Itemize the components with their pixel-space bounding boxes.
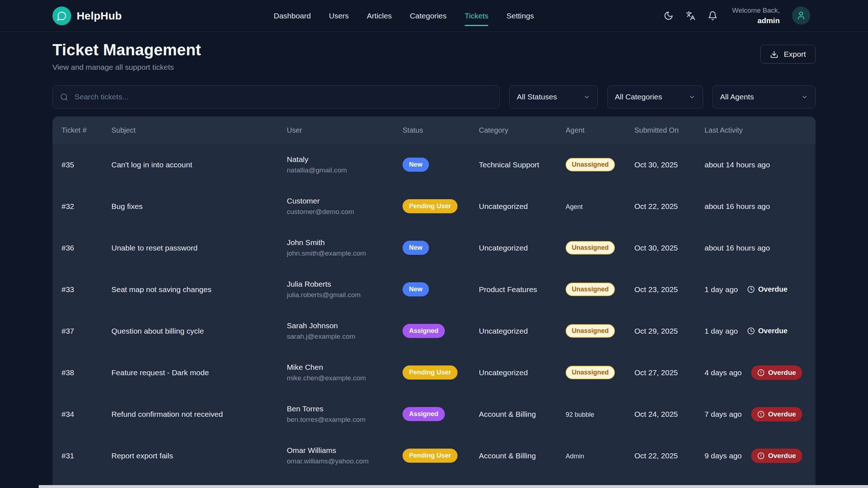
user-cell: John Smith john.smith@example.com xyxy=(287,238,403,257)
table-row[interactable]: #36 Unable to reset password John Smith … xyxy=(52,227,816,269)
export-label: Export xyxy=(784,50,806,59)
column-header: Submitted On xyxy=(634,126,705,134)
category-label: Technical Support xyxy=(479,160,566,169)
table-row[interactable]: #31 Report export fails Omar Williams om… xyxy=(52,435,816,476)
nav-item-articles[interactable]: Articles xyxy=(367,9,392,23)
ticket-number: #37 xyxy=(61,327,111,335)
ticket-number: #38 xyxy=(61,368,111,377)
ticket-number: #31 xyxy=(61,451,111,460)
chevron-down-icon xyxy=(689,94,695,100)
message-circle-icon xyxy=(52,7,71,25)
status-filter[interactable]: All Statuses xyxy=(509,85,598,108)
activity-cell: about 14 hours ago xyxy=(705,160,807,169)
overdue-indicator: Overdue xyxy=(747,327,787,335)
export-button[interactable]: Export xyxy=(760,45,816,64)
agent-badge: Unassigned xyxy=(566,366,615,379)
nav-item-tickets[interactable]: Tickets xyxy=(465,9,489,23)
user-name: Customer xyxy=(287,197,403,205)
ticket-subject: Can't log in into account xyxy=(111,160,287,169)
user-email: sarah.j@example.com xyxy=(287,333,403,341)
table-row[interactable]: #37 Question about billing cycle Sarah J… xyxy=(52,310,816,352)
table-header-row: Ticket # Subject User Status Category Ag… xyxy=(52,116,816,144)
overdue-label: Overdue xyxy=(758,327,787,335)
user-avatar[interactable] xyxy=(792,7,810,25)
overdue-label: Overdue xyxy=(758,285,787,294)
agent-cell: 92 bubble xyxy=(566,410,634,419)
category-filter[interactable]: All Categories xyxy=(607,85,703,108)
last-activity: 7 days ago xyxy=(705,410,742,419)
tickets-table: Ticket # Subject User Status Category Ag… xyxy=(52,116,816,488)
search-input[interactable] xyxy=(74,92,492,102)
ticket-subject: Seat map not saving changes xyxy=(111,285,287,294)
category-label: Uncategorized xyxy=(479,368,566,377)
nav-item-users[interactable]: Users xyxy=(329,9,349,23)
clock-icon xyxy=(747,286,755,293)
status-badge: Assigned xyxy=(403,324,445,338)
brand-name: HelpHub xyxy=(77,10,122,22)
nav-item-dashboard[interactable]: Dashboard xyxy=(274,9,311,23)
ticket-number: #35 xyxy=(61,160,111,169)
main-nav: Dashboard Users Articles Categories Tick… xyxy=(274,9,534,23)
table-row[interactable]: #34 Refund confirmation not received Ben… xyxy=(52,393,816,435)
activity-cell: 9 days ago Overdue xyxy=(705,449,807,463)
language-button[interactable] xyxy=(686,11,695,21)
languages-icon xyxy=(686,11,695,21)
agent-label: Admin xyxy=(566,453,584,460)
welcome-label: Welcome Back, xyxy=(732,7,780,14)
column-header: Subject xyxy=(111,126,287,134)
table-row[interactable]: #32 Bug fixes Customer customer@demo.com… xyxy=(52,185,816,227)
user-email: mike.chen@example.com xyxy=(287,374,403,382)
category-filter-value: All Categories xyxy=(615,93,662,101)
table-row[interactable]: #33 Seat map not saving changes Julia Ro… xyxy=(52,269,816,310)
overdue-badge: Overdue xyxy=(751,449,802,463)
app-root: HelpHub Dashboard Users Articles Categor… xyxy=(0,0,868,488)
overdue-badge: Overdue xyxy=(751,407,802,421)
user-name: Julia Roberts xyxy=(287,280,403,288)
submitted-date: Oct 22, 2025 xyxy=(634,451,705,460)
ticket-number: #33 xyxy=(61,285,111,294)
table-row[interactable]: #38 Feature request - Dark mode Mike Che… xyxy=(52,352,816,393)
username-label: admin xyxy=(732,15,780,26)
submitted-date: Oct 27, 2025 xyxy=(634,368,705,377)
overdue-label: Overdue xyxy=(768,410,796,418)
column-header: User xyxy=(287,126,403,134)
last-activity: about 16 hours ago xyxy=(705,244,770,252)
dark-mode-toggle[interactable] xyxy=(664,11,673,21)
horizontal-scrollbar[interactable] xyxy=(39,485,868,488)
nav-item-categories[interactable]: Categories xyxy=(410,9,447,23)
table-row[interactable]: #35 Can't log in into account Nataly nat… xyxy=(52,144,816,185)
agent-cell: Unassigned xyxy=(566,366,634,379)
last-activity: 9 days ago xyxy=(705,451,742,460)
user-email: natallia@gmail.com xyxy=(287,166,403,174)
chevron-down-icon xyxy=(801,94,808,100)
user-name: Sarah Johnson xyxy=(287,321,403,330)
alert-circle-icon xyxy=(757,411,765,418)
status-badge: Pending User xyxy=(403,365,458,380)
ticket-subject: Refund confirmation not received xyxy=(111,410,287,419)
status-cell: New xyxy=(403,241,479,255)
last-activity: 1 day ago xyxy=(705,285,738,294)
agent-filter[interactable]: All Agents xyxy=(712,85,816,108)
agent-label: Agent xyxy=(566,203,583,210)
user-name: Nataly xyxy=(287,155,403,164)
activity-cell: about 16 hours ago xyxy=(705,202,807,211)
user-email: john.smith@example.com xyxy=(287,249,403,257)
submitted-date: Oct 23, 2025 xyxy=(634,285,705,294)
nav-item-settings[interactable]: Settings xyxy=(506,9,534,23)
overdue-indicator: Overdue xyxy=(747,285,787,294)
status-cell: Assigned xyxy=(403,324,479,338)
bell-icon xyxy=(708,11,718,21)
ticket-number: #34 xyxy=(61,410,111,419)
submitted-date: Oct 22, 2025 xyxy=(634,202,705,211)
activity-cell: 7 days ago Overdue xyxy=(705,407,807,421)
user-email: julia.roberts@gmail.com xyxy=(287,291,403,299)
user-cell: Sarah Johnson sarah.j@example.com xyxy=(287,321,403,341)
overdue-label: Overdue xyxy=(768,452,796,460)
user-name: Ben Torres xyxy=(287,404,403,413)
submitted-date: Oct 29, 2025 xyxy=(634,327,705,335)
last-activity: about 16 hours ago xyxy=(705,202,770,211)
user-icon xyxy=(796,11,806,20)
status-badge: New xyxy=(403,282,429,296)
notifications-button[interactable] xyxy=(708,11,718,21)
status-cell: Pending User xyxy=(403,199,479,213)
